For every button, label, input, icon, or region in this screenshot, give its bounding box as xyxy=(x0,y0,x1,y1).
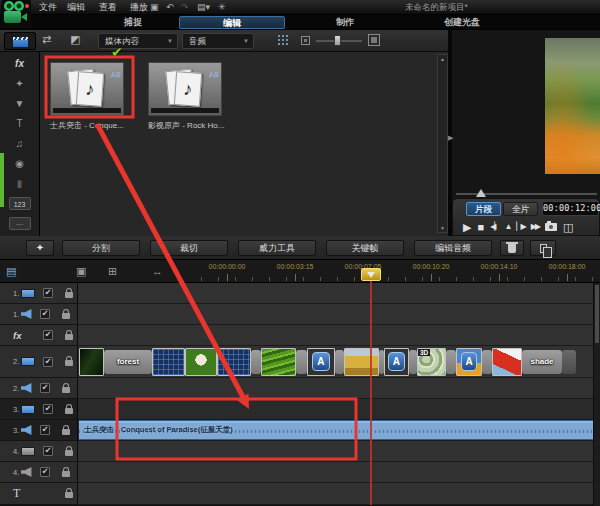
menu-item-1[interactable]: 文件 xyxy=(36,1,60,14)
track-lock-icon[interactable] xyxy=(62,313,70,319)
photo-clip[interactable] xyxy=(492,348,522,376)
zoom-in-thumbnails-button[interactable] xyxy=(368,34,380,46)
photo-clip[interactable]: A xyxy=(456,348,482,376)
filter-fx-icon[interactable]: fx xyxy=(9,57,31,70)
clip-body[interactable] xyxy=(409,350,417,374)
timeline-view-icon[interactable]: ▤ xyxy=(6,264,16,278)
track-lane-v4[interactable] xyxy=(78,441,600,462)
undo-icon[interactable]: ↶ xyxy=(166,1,174,14)
thumbnail-zoom-slider-thumb[interactable] xyxy=(334,35,341,46)
split-button[interactable]: 分割 xyxy=(62,240,140,256)
track-enable-checkbox[interactable]: ✔ xyxy=(43,357,53,367)
display-mode-icon[interactable]: ▤▾ xyxy=(197,1,210,14)
timeline-vertical-scrollbar[interactable] xyxy=(593,283,600,506)
track-lock-icon[interactable] xyxy=(62,387,70,393)
photo-clip[interactable] xyxy=(185,348,217,376)
library-scrollbar[interactable]: ▲ ▼ xyxy=(437,54,448,233)
media-filter-dropdown[interactable]: 音频 ▼ xyxy=(182,33,254,49)
clip-body[interactable] xyxy=(335,350,344,374)
track-lock-icon[interactable] xyxy=(65,492,73,498)
clip-body[interactable] xyxy=(296,350,307,374)
transition-clip[interactable]: A xyxy=(307,348,335,376)
track-lock-icon[interactable] xyxy=(65,450,73,456)
track-lane-v2[interactable]: forestAA3DAshade xyxy=(78,346,600,378)
timeline-ruler[interactable]: ▤▣⊞↔00:00:00:0000:00:03:1500:00:07:0500:… xyxy=(0,260,600,283)
clip-body[interactable] xyxy=(446,350,456,374)
repeat-trim-button[interactable]: ▲ xyxy=(504,219,510,235)
track-enable-checkbox[interactable]: ✔ xyxy=(40,383,50,393)
track-enable-checkbox[interactable]: ✔ xyxy=(40,425,50,435)
track-enable-checkbox[interactable]: ✔ xyxy=(43,404,53,414)
photo-clip[interactable]: 3D xyxy=(417,348,446,376)
track-lock-icon[interactable] xyxy=(65,408,73,414)
track-enable-checkbox[interactable]: ✔ xyxy=(40,309,50,319)
track-enable-checkbox[interactable]: ✔ xyxy=(43,330,53,340)
fit-timeline-icon[interactable]: ↔ xyxy=(152,264,163,278)
track-enable-checkbox[interactable]: ✔ xyxy=(40,467,50,477)
fast-forward-button[interactable]: ▶▶ xyxy=(531,219,539,235)
storyboard-view-icon[interactable]: ▣ xyxy=(76,264,86,278)
prev-frame-button[interactable]: ◀▏ xyxy=(490,219,498,235)
track-lane-t[interactable] xyxy=(78,483,600,505)
track-manager-icon[interactable]: 123 xyxy=(9,197,31,210)
photo-clip[interactable] xyxy=(261,348,296,376)
panel-collapse-icon[interactable]: ▶ xyxy=(448,134,453,142)
keyframe-button[interactable]: 关键帧 xyxy=(326,240,404,256)
stop-button[interactable]: ■ xyxy=(477,219,484,235)
thumbnail-grid-icon[interactable] xyxy=(277,34,290,47)
menu-item-3[interactable]: 查看 xyxy=(96,1,120,14)
zoom-out-thumbnails-button[interactable] xyxy=(301,36,310,45)
tab-4[interactable]: 创建光盘 xyxy=(430,16,494,29)
title-icon[interactable]: T xyxy=(9,117,31,130)
scrollbar-thumb[interactable] xyxy=(595,285,599,343)
save-icon[interactable]: ▣ xyxy=(150,1,159,14)
photo-clip[interactable] xyxy=(344,348,379,376)
project-mode-button[interactable]: 全片 xyxy=(503,202,538,216)
scroll-down-icon[interactable]: ▼ xyxy=(438,225,447,231)
music-clip[interactable]: 士兵突击 - Conquest of Paradise(征服天堂) xyxy=(79,420,600,440)
plugin-puzzle-icon[interactable]: ◩ xyxy=(70,33,80,46)
transition-clip[interactable] xyxy=(152,348,185,376)
media-library-button[interactable] xyxy=(4,32,36,50)
clip-body[interactable]: shade xyxy=(522,350,562,374)
track-lock-icon[interactable] xyxy=(62,471,70,477)
clip-body[interactable] xyxy=(482,350,492,374)
transition-clip[interactable]: A xyxy=(384,348,409,376)
track-lock-icon[interactable] xyxy=(62,429,70,435)
playhead-marker[interactable] xyxy=(361,268,381,281)
voice-record-icon[interactable]: ▮ xyxy=(9,177,31,190)
media-music-icon[interactable]: ♫ xyxy=(9,137,31,150)
track-lane-v1[interactable] xyxy=(78,283,600,304)
disc-icon[interactable]: ◉ xyxy=(9,157,31,170)
crop-button[interactable]: 裁切 xyxy=(150,240,228,256)
track-lane-a1[interactable] xyxy=(78,304,600,325)
track-lane-a2[interactable] xyxy=(78,378,600,399)
track-enable-checkbox[interactable]: ✔ xyxy=(43,288,53,298)
clip-endcap[interactable] xyxy=(562,350,576,374)
tab-3[interactable]: 制作 xyxy=(322,16,368,29)
edit-audio-button[interactable]: 编辑音频 xyxy=(414,240,492,256)
instant-project-button[interactable]: ✦ xyxy=(26,240,54,256)
scroll-up-icon[interactable]: ▲ xyxy=(438,56,447,62)
library-item-thumbnail[interactable]: ♪♪♫ xyxy=(148,62,222,116)
menu-item-4[interactable]: 播放 xyxy=(127,1,151,14)
options-icon[interactable]: ··· xyxy=(9,217,31,230)
track-lock-icon[interactable] xyxy=(65,334,73,340)
track-list-button[interactable] xyxy=(530,240,556,256)
track-lane-fx[interactable] xyxy=(78,325,600,346)
track-lane-a4[interactable] xyxy=(78,462,600,483)
library-item-thumbnail[interactable]: ♪♪♫ xyxy=(50,62,124,116)
track-enable-checkbox[interactable]: ✔ xyxy=(43,446,53,456)
import-media-icon[interactable]: ⇄ xyxy=(42,33,51,46)
add-track-icon[interactable]: ⊞ xyxy=(108,264,117,278)
snapshot-button[interactable] xyxy=(545,223,557,231)
redo-icon[interactable]: ↷ xyxy=(181,1,189,14)
photo-clip[interactable] xyxy=(79,348,104,376)
clip-mode-button[interactable]: 片段 xyxy=(466,202,501,216)
graphic-icon[interactable]: ▼ xyxy=(9,97,31,110)
track-lock-icon[interactable] xyxy=(65,292,73,298)
delete-button[interactable] xyxy=(500,240,524,256)
media-category-dropdown[interactable]: 媒体内容 ▼ xyxy=(98,33,178,49)
transition-clip[interactable] xyxy=(217,348,251,376)
tab-1[interactable]: 捕捉 xyxy=(110,16,156,29)
